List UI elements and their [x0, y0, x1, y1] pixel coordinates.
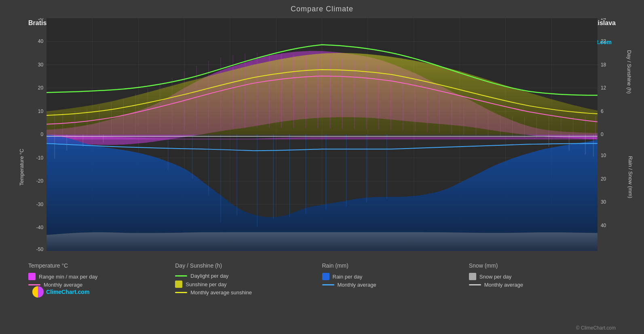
svg-text:0: 0 — [601, 132, 604, 138]
legend-col-snow: Snow (mm) Snow per day Monthly average — [469, 262, 616, 330]
legend-line-snow-monthly — [469, 284, 481, 285]
legend-area: Temperature °C Range min / max per day M… — [0, 255, 644, 334]
svg-text:18: 18 — [601, 62, 606, 68]
svg-text:30: 30 — [38, 62, 44, 68]
legend-line-rain-monthly — [322, 284, 334, 285]
page-title: Compare Climate — [0, 0, 644, 13]
legend-line-sunshine-monthly — [175, 292, 187, 293]
legend-line-daylight — [175, 275, 187, 277]
svg-text:-40: -40 — [36, 225, 44, 231]
legend-item-daylight: Daylight per day — [175, 273, 322, 279]
svg-text:-50: -50 — [36, 247, 44, 251]
svg-text:-20: -20 — [36, 179, 44, 184]
page-container: Compare Climate Bratislava Bratislava Te… — [0, 0, 644, 334]
legend-col-temperature: Temperature °C Range min / max per day M… — [28, 262, 175, 330]
legend-label-rain-monthly: Monthly average — [338, 282, 376, 288]
legend-swatch-snow-day — [469, 273, 476, 280]
legend-label-temp-monthly: Monthly average — [44, 282, 82, 288]
legend-title-snow: Snow (mm) — [469, 262, 616, 269]
legend-title-sunshine: Day / Sunshine (h) — [175, 262, 322, 269]
legend-item-sunshine-day: Sunshine per day — [175, 281, 322, 288]
legend-item-temp-range: Range min / max per day — [28, 273, 175, 280]
y-axis-right-bottom-label: Rain / Snow (mm) — [627, 156, 633, 198]
legend-label-snow-monthly: Monthly average — [484, 282, 523, 288]
svg-text:0: 0 — [40, 132, 43, 138]
svg-text:12: 12 — [601, 85, 606, 91]
legend-item-sunshine-monthly: Monthly average sunshine — [175, 289, 322, 296]
main-chart-svg: Jan Feb Mar Apr May Jun Jul Aug Sep Oct … — [22, 18, 622, 251]
legend-item-snow-day: Snow per day — [469, 273, 616, 280]
legend-title-temperature: Temperature °C — [28, 262, 175, 269]
legend-col-sunshine: Day / Sunshine (h) Daylight per day Suns… — [175, 262, 322, 330]
legend-item-temp-monthly: Monthly average — [28, 282, 175, 288]
svg-text:-30: -30 — [36, 202, 44, 207]
svg-text:40: 40 — [38, 39, 44, 45]
legend-item-snow-monthly: Monthly average — [469, 282, 616, 288]
svg-text:20: 20 — [601, 176, 606, 182]
legend-label-snow-day: Snow per day — [479, 274, 512, 280]
legend-label-daylight: Daylight per day — [190, 273, 228, 279]
legend-item-rain-monthly: Monthly average — [322, 282, 469, 288]
copyright-text: © ClimeChart.com — [576, 325, 616, 331]
legend-label-sunshine-day: Sunshine per day — [186, 281, 226, 287]
svg-text:6: 6 — [601, 108, 604, 114]
svg-text:24: 24 — [601, 18, 606, 21]
svg-text:22: 22 — [601, 39, 606, 45]
svg-text:30: 30 — [601, 199, 606, 205]
legend-line-temp-monthly — [28, 284, 40, 285]
chart-svg-container: Jan Feb Mar Apr May Jun Jul Aug Sep Oct … — [22, 18, 622, 251]
svg-text:10: 10 — [38, 108, 44, 114]
svg-text:40: 40 — [601, 223, 606, 228]
svg-text:10: 10 — [601, 153, 606, 158]
legend-title-rain: Rain (mm) — [322, 262, 469, 269]
legend-label-rain-day: Rain per day — [333, 274, 363, 280]
legend-col-rain: Rain (mm) Rain per day Monthly average — [322, 262, 469, 330]
legend-swatch-sunshine-day — [175, 281, 182, 288]
legend-item-rain-day: Rain per day — [322, 273, 469, 280]
legend-swatch-temp-range — [28, 273, 36, 280]
svg-text:50: 50 — [38, 18, 44, 21]
y-axis-right-top-label: Day / Sunshine (h) — [627, 50, 633, 94]
legend-label-sunshine-monthly: Monthly average sunshine — [190, 289, 252, 296]
legend-label-temp-range: Range min / max per day — [39, 274, 97, 280]
svg-text:20: 20 — [38, 85, 44, 91]
svg-text:-10: -10 — [36, 155, 44, 161]
legend-swatch-rain-day — [322, 273, 329, 280]
